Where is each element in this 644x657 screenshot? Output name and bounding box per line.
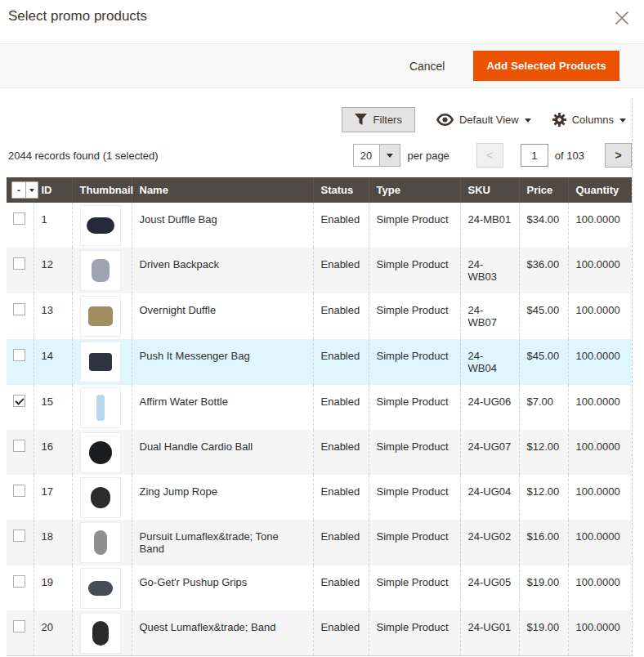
cell-name: Dual Handle Cardio Ball xyxy=(132,430,313,475)
column-header-id[interactable]: ID xyxy=(34,177,72,203)
cell-sku: 24-UG04 xyxy=(460,475,519,520)
tote-duffle-thumbnail xyxy=(88,306,113,326)
row-checkbox[interactable] xyxy=(13,620,25,632)
cell-sku: 24-UG01 xyxy=(460,610,519,656)
cell-price: $16.00 xyxy=(519,520,568,565)
cell-sku: 24-UG05 xyxy=(460,565,519,610)
select-all-value: - xyxy=(12,185,25,195)
product-thumbnail xyxy=(80,477,121,518)
cell-quantity: 100.0000 xyxy=(568,293,632,339)
grid-controls: Filters Default View xyxy=(7,98,632,136)
row-checkbox[interactable] xyxy=(13,440,25,452)
column-header-price[interactable]: Price xyxy=(519,177,568,203)
cell-id: 1 xyxy=(34,203,72,248)
column-header-status[interactable]: Status xyxy=(313,177,369,203)
cell-name: Driven Backpack xyxy=(132,248,313,293)
total-pages-label: of 103 xyxy=(555,150,584,162)
cell-quantity: 100.0000 xyxy=(568,248,632,293)
column-header-quantity[interactable]: Quantity xyxy=(568,177,632,203)
row-checkbox[interactable] xyxy=(13,575,25,588)
cell-status: Enabled xyxy=(313,430,369,475)
modal-action-bar: Cancel Add Selected Products xyxy=(0,43,644,88)
cell-price: $19.00 xyxy=(519,565,568,610)
chevron-down-icon xyxy=(380,144,400,167)
row-checkbox[interactable] xyxy=(13,303,25,315)
thumbnail-cell xyxy=(72,520,132,565)
table-row[interactable]: 12 Driven Backpack Enabled Simple Produc… xyxy=(7,248,632,293)
jump-rope-thumbnail xyxy=(91,487,110,508)
cell-type: Simple Product xyxy=(369,610,460,656)
current-page-input[interactable] xyxy=(521,144,548,167)
previous-page-button[interactable]: < xyxy=(476,143,503,168)
cell-status: Enabled xyxy=(313,385,369,430)
cell-status: Enabled xyxy=(313,203,369,248)
cell-id: 16 xyxy=(34,430,72,475)
view-switcher-label: Default View xyxy=(459,114,519,126)
product-thumbnail xyxy=(80,387,121,428)
cell-quantity: 100.0000 xyxy=(568,610,632,656)
columns-control-label: Columns xyxy=(572,114,614,126)
view-switcher[interactable]: Default View xyxy=(436,114,531,126)
cell-id: 15 xyxy=(34,385,72,430)
filters-button[interactable]: Filters xyxy=(342,107,415,132)
column-header-name[interactable]: Name xyxy=(132,177,313,203)
cell-name: Quest Lumaflex&trade; Band xyxy=(132,610,313,656)
table-row[interactable]: 19 Go-Get'r Pushup Grips Enabled Simple … xyxy=(7,565,632,610)
cancel-button[interactable]: Cancel xyxy=(408,56,447,76)
cell-sku: 24-WB07 xyxy=(460,293,519,339)
table-row[interactable]: 20 Quest Lumaflex&trade; Band Enabled Si… xyxy=(7,610,632,656)
row-checkbox[interactable] xyxy=(13,485,25,497)
cell-price: $12.00 xyxy=(519,475,568,520)
next-page-button[interactable]: > xyxy=(605,143,632,168)
product-thumbnail xyxy=(80,205,121,246)
row-select-cell xyxy=(7,339,34,385)
chevron-down-icon xyxy=(619,118,626,123)
cell-quantity: 100.0000 xyxy=(568,203,632,248)
table-row[interactable]: 18 Pursuit Lumaflex&trade; Tone Band Ena… xyxy=(7,520,632,565)
cell-sku: 24-WB04 xyxy=(460,339,519,385)
row-select-cell xyxy=(7,565,34,610)
chevron-down-icon xyxy=(525,118,531,123)
cell-quantity: 100.0000 xyxy=(568,520,632,565)
cell-price: $36.00 xyxy=(519,248,568,293)
row-checkbox[interactable] xyxy=(13,530,25,542)
add-selected-products-button[interactable]: Add Selected Products xyxy=(473,51,619,81)
table-row[interactable]: 1 Joust Duffle Bag Enabled Simple Produc… xyxy=(7,203,632,248)
row-checkbox[interactable] xyxy=(13,257,25,270)
grid-status-bar: 2044 records found (1 selected) 20 per p… xyxy=(7,136,632,177)
cell-quantity: 100.0000 xyxy=(568,430,632,475)
modal-header: Select promo products xyxy=(0,0,644,36)
table-header-row: - ID Thumbnail Name Status Type SKU Pric… xyxy=(7,177,632,203)
table-row[interactable]: 14 Push It Messenger Bag Enabled Simple … xyxy=(7,339,632,385)
cell-sku: 24-UG02 xyxy=(460,520,519,565)
row-checkbox[interactable] xyxy=(13,349,25,361)
thumbnail-cell xyxy=(72,385,132,430)
page-title: Select promo products xyxy=(8,8,147,25)
cell-status: Enabled xyxy=(313,565,369,610)
table-row[interactable]: 15 Affirm Water Bottle Enabled Simple Pr… xyxy=(7,385,632,430)
cell-sku: 24-UG06 xyxy=(460,385,519,430)
cell-sku: 24-MB01 xyxy=(460,203,519,248)
columns-control[interactable]: Columns xyxy=(552,113,626,127)
cell-sku: 24-WB03 xyxy=(460,248,519,293)
cell-id: 20 xyxy=(34,610,72,656)
cell-type: Simple Product xyxy=(369,339,460,385)
cell-type: Simple Product xyxy=(369,385,460,430)
column-header-sku[interactable]: SKU xyxy=(460,177,519,203)
row-checkbox[interactable] xyxy=(13,395,25,407)
cell-name: Joust Duffle Bag xyxy=(132,203,313,248)
table-row[interactable]: 17 Zing Jump Rope Enabled Simple Product… xyxy=(7,475,632,520)
cell-name: Pursuit Lumaflex&trade; Tone Band xyxy=(132,520,313,565)
select-all-dropdown[interactable]: - xyxy=(11,181,38,199)
table-row[interactable]: 13 Overnight Duffle Enabled Simple Produ… xyxy=(7,293,632,339)
table-row[interactable]: 16 Dual Handle Cardio Ball Enabled Simpl… xyxy=(7,430,632,475)
cell-status: Enabled xyxy=(313,475,369,520)
table-body: 1 Joust Duffle Bag Enabled Simple Produc… xyxy=(7,203,632,656)
product-thumbnail xyxy=(80,342,121,382)
column-header-type[interactable]: Type xyxy=(369,177,460,203)
close-icon[interactable] xyxy=(613,9,631,27)
row-checkbox[interactable] xyxy=(13,212,25,225)
per-page-select[interactable]: 20 xyxy=(353,144,400,167)
cell-type: Simple Product xyxy=(369,248,460,293)
column-header-thumbnail[interactable]: Thumbnail xyxy=(72,177,132,203)
